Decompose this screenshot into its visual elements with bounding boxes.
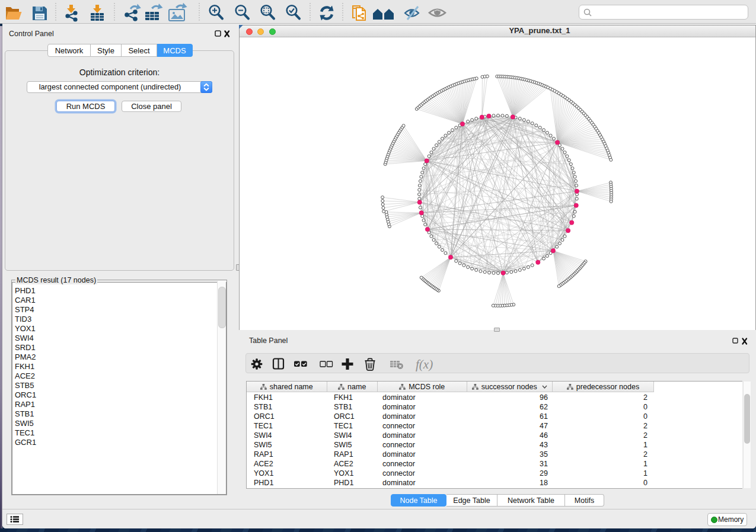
svg-text:f(x): f(x) <box>416 357 433 371</box>
